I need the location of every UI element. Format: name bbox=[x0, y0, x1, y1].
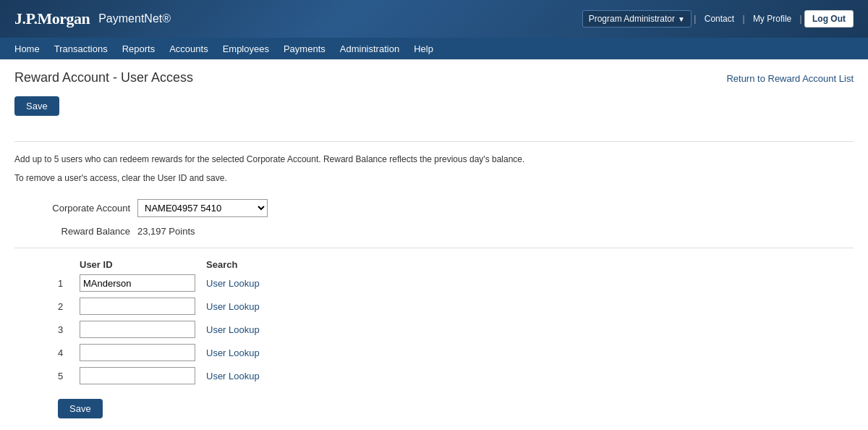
reward-balance-value: 23,197 Points bbox=[137, 226, 195, 237]
main-content: Reward Account - User Access Return to R… bbox=[0, 59, 868, 430]
corporate-account-select[interactable]: NAME04957 5410 bbox=[137, 199, 268, 217]
nav-administration[interactable]: Administration bbox=[333, 38, 407, 59]
table-row: 1 User Lookup bbox=[58, 274, 854, 292]
table-header: User ID Search bbox=[58, 259, 854, 270]
product-name: PaymentNet® bbox=[98, 12, 171, 25]
row-num-4: 4 bbox=[58, 347, 80, 358]
chevron-down-icon: ▼ bbox=[678, 15, 685, 23]
nav-payments[interactable]: Payments bbox=[276, 38, 333, 59]
user-lookup-link-5[interactable]: User Lookup bbox=[206, 371, 260, 381]
separator-2: | bbox=[740, 14, 747, 24]
col-num-header bbox=[58, 259, 80, 270]
return-link[interactable]: Return to Reward Account List bbox=[726, 73, 854, 84]
reward-balance-label: Reward Balance bbox=[14, 226, 130, 237]
info-line-2: To remove a user's access, clear the Use… bbox=[14, 172, 854, 185]
form-section: Corporate Account NAME04957 5410 Reward … bbox=[14, 199, 854, 237]
nav-reports[interactable]: Reports bbox=[115, 38, 163, 59]
userid-input-4[interactable] bbox=[80, 344, 195, 361]
row-num-3: 3 bbox=[58, 324, 80, 335]
nav-transactions[interactable]: Transactions bbox=[47, 38, 115, 59]
user-lookup-link-4[interactable]: User Lookup bbox=[206, 347, 260, 358]
nav-accounts[interactable]: Accounts bbox=[162, 38, 215, 59]
header-nav: Program Administrator ▼ | Contact | My P… bbox=[582, 10, 854, 28]
table-row: 3 User Lookup bbox=[58, 321, 854, 338]
divider-2 bbox=[14, 248, 854, 248]
col-search-header: Search bbox=[206, 259, 278, 270]
row-num-2: 2 bbox=[58, 301, 80, 312]
corporate-account-label: Corporate Account bbox=[14, 203, 130, 214]
user-lookup-link-1[interactable]: User Lookup bbox=[206, 278, 260, 289]
separator-1: | bbox=[692, 14, 699, 24]
nav-help[interactable]: Help bbox=[407, 38, 441, 59]
header: J.P.Morgan PaymentNet® Program Administr… bbox=[0, 0, 868, 38]
save-button-top[interactable]: Save bbox=[14, 96, 59, 116]
contact-link[interactable]: Contact bbox=[699, 14, 740, 24]
userid-input-3[interactable] bbox=[80, 321, 195, 338]
row-num-5: 5 bbox=[58, 371, 80, 381]
page-title: Reward Account - User Access bbox=[14, 70, 193, 85]
nav-bar: Home Transactions Reports Accounts Emplo… bbox=[0, 38, 868, 59]
user-role-label: Program Administrator bbox=[589, 14, 675, 24]
userid-input-2[interactable] bbox=[80, 298, 195, 315]
userid-input-1[interactable] bbox=[80, 274, 195, 292]
nav-home[interactable]: Home bbox=[7, 38, 47, 59]
logo: J.P.Morgan bbox=[14, 9, 90, 28]
user-lookup-link-2[interactable]: User Lookup bbox=[206, 301, 260, 312]
page-header: Reward Account - User Access Return to R… bbox=[14, 70, 854, 85]
user-role-dropdown[interactable]: Program Administrator ▼ bbox=[582, 10, 692, 28]
userid-input-5[interactable] bbox=[80, 367, 195, 384]
corporate-account-row: Corporate Account NAME04957 5410 bbox=[14, 199, 854, 217]
user-table: User ID Search 1 User Lookup 2 User Look… bbox=[58, 259, 854, 384]
table-row: 2 User Lookup bbox=[58, 298, 854, 315]
info-line-1: Add up to 5 users who can redeem rewards… bbox=[14, 153, 854, 166]
logout-button[interactable]: Log Out bbox=[804, 10, 854, 28]
table-row: 4 User Lookup bbox=[58, 344, 854, 361]
divider-1 bbox=[14, 141, 854, 142]
brand-area: J.P.Morgan PaymentNet® bbox=[14, 9, 171, 28]
my-profile-link[interactable]: My Profile bbox=[747, 14, 797, 24]
col-userid-header: User ID bbox=[80, 259, 206, 270]
table-row: 5 User Lookup bbox=[58, 367, 854, 384]
user-lookup-link-3[interactable]: User Lookup bbox=[206, 324, 260, 335]
separator-3: | bbox=[797, 14, 804, 24]
row-num-1: 1 bbox=[58, 278, 80, 289]
reward-balance-row: Reward Balance 23,197 Points bbox=[14, 226, 854, 237]
save-button-bottom[interactable]: Save bbox=[58, 399, 103, 418]
nav-employees[interactable]: Employees bbox=[216, 38, 276, 59]
